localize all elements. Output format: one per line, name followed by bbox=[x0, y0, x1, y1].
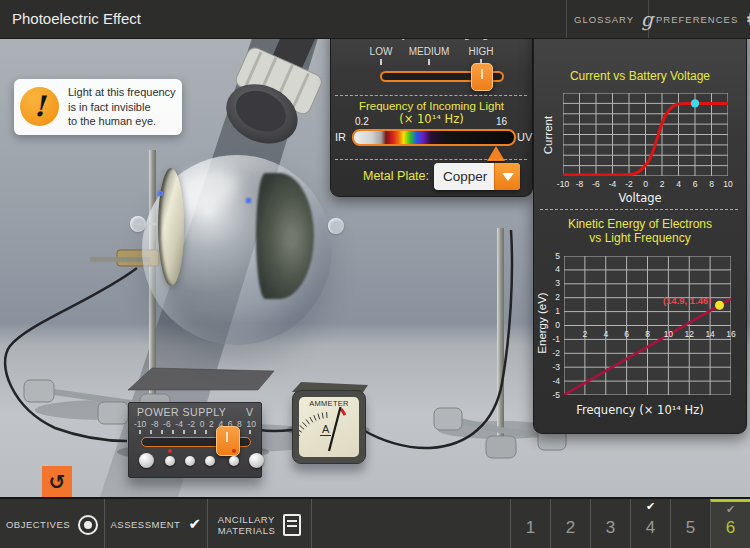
reset-icon: ↺ bbox=[49, 470, 66, 494]
metal-plate-dropdown[interactable]: Copper bbox=[434, 163, 520, 190]
glossary-label: GLOSSARY bbox=[574, 14, 634, 25]
page-tab-5[interactable]: 5 bbox=[670, 499, 710, 548]
ammeter-needle bbox=[329, 407, 341, 451]
reset-button[interactable]: ↺ bbox=[42, 466, 72, 497]
ammeter: AMMETER A bbox=[292, 390, 366, 464]
document-icon bbox=[283, 514, 301, 536]
alert-text: Light at this frequencyis in fact invisi… bbox=[68, 85, 176, 129]
charts-panel: Current vs Battery Voltage Current -10-8… bbox=[533, 18, 747, 434]
power-knob[interactable] bbox=[165, 456, 175, 466]
intensity-tick bbox=[380, 59, 382, 65]
objectives-button[interactable]: OBJECTIVES bbox=[0, 499, 104, 548]
chart-b-title-2: vs Light Frequency bbox=[534, 231, 746, 245]
bulb-left-nub bbox=[130, 216, 146, 232]
panel-divider bbox=[335, 159, 527, 160]
page-number: 2 bbox=[566, 518, 575, 538]
dropdown-arrow-icon[interactable] bbox=[494, 163, 520, 190]
panel-divider bbox=[335, 95, 527, 96]
power-supply: POWER SUPPLY V -10-8-6-4-20246810 bbox=[126, 388, 262, 486]
page-tab-3[interactable]: 3 bbox=[590, 499, 630, 548]
page-number: 4 bbox=[646, 518, 655, 538]
intensity-option-low: LOW bbox=[370, 46, 393, 57]
glossary-icon: g bbox=[641, 10, 654, 29]
page-number: 1 bbox=[526, 518, 535, 538]
bottom-bar: OBJECTIVES ASSESSMENT ✔ ANCILLARYMATERIA… bbox=[0, 497, 750, 548]
panel-divider bbox=[540, 209, 738, 210]
preferences-button[interactable]: PREFERENCES ⚙ bbox=[656, 0, 750, 38]
top-bar: Photoelectric Effect GLOSSARY g PREFEREN… bbox=[0, 0, 750, 39]
power-knob[interactable] bbox=[249, 453, 264, 468]
target-icon bbox=[78, 515, 98, 535]
bulb-right-nub bbox=[328, 218, 344, 234]
assessment-button[interactable]: ASSESSMENT ✔ bbox=[105, 499, 207, 548]
ancillary-label: ANCILLARYMATERIALS bbox=[218, 514, 276, 536]
chart-a-xticks: -10-8-6-4-20246810 bbox=[563, 179, 728, 189]
preferences-label: PREFERENCES bbox=[656, 14, 738, 25]
power-supply-unit: V bbox=[246, 406, 253, 418]
chart-a-xlabel: Voltage bbox=[534, 191, 746, 205]
intensity-option-high: HIGH bbox=[469, 46, 494, 57]
power-knob[interactable] bbox=[139, 453, 154, 468]
intensity-slider-handle[interactable] bbox=[471, 63, 493, 91]
page-check-icon: ✔ bbox=[646, 500, 655, 513]
alert-box: ! Light at this frequencyis in fact invi… bbox=[14, 79, 182, 135]
check-icon: ✔ bbox=[188, 517, 201, 532]
electron-dot bbox=[158, 191, 163, 196]
cathode-plate bbox=[158, 168, 184, 286]
indicator-light bbox=[232, 449, 236, 453]
page-tab-4[interactable]: ✔4 bbox=[630, 499, 670, 548]
power-knob[interactable] bbox=[185, 456, 195, 466]
chart-b-xlabel: Frequency (× 10¹⁴ Hz) bbox=[534, 403, 746, 417]
page-selector: 123✔45✔6 bbox=[510, 499, 750, 548]
chart-a-plot bbox=[563, 93, 728, 176]
page-number: 5 bbox=[686, 518, 695, 538]
frequency-slider-track[interactable] bbox=[352, 129, 516, 146]
power-supply-title: POWER SUPPLY bbox=[137, 406, 226, 418]
power-supply-knobs bbox=[137, 451, 255, 473]
power-knob[interactable] bbox=[205, 456, 215, 466]
metal-plate-label: Metal Plate: bbox=[363, 169, 429, 183]
footer-divider bbox=[311, 499, 312, 548]
page-tab-6[interactable]: ✔6 bbox=[710, 499, 750, 548]
ir-label: IR bbox=[335, 131, 346, 143]
power-knob[interactable] bbox=[229, 456, 239, 466]
objectives-label: OBJECTIVES bbox=[6, 519, 70, 530]
ancillary-materials-button[interactable]: ANCILLARYMATERIALS bbox=[208, 499, 311, 548]
page-tab-1[interactable]: 1 bbox=[510, 499, 550, 548]
assessment-label: ASSESSMENT bbox=[110, 519, 180, 530]
chart-b-plot: (14.9, 1.46) 246810121416 bbox=[564, 256, 731, 395]
frequency-max-label: 16 bbox=[496, 116, 507, 127]
indicator-light bbox=[168, 449, 172, 453]
metal-plate-value: Copper bbox=[443, 169, 487, 184]
page-tab-2[interactable]: 2 bbox=[550, 499, 590, 548]
warning-icon: ! bbox=[20, 87, 59, 126]
frequency-min-label: 0.2 bbox=[355, 116, 369, 127]
frequency-title: Frequency of Incoming Light bbox=[331, 100, 532, 112]
intensity-option-medium: MEDIUM bbox=[409, 46, 450, 57]
light-control-panel: Intensity of Incoming Light LOW MEDIUM H… bbox=[330, 18, 533, 197]
uv-label: UV bbox=[517, 131, 532, 143]
ammeter-face: AMMETER A bbox=[299, 397, 359, 457]
page-check-icon: ✔ bbox=[726, 503, 735, 516]
power-supply-front: POWER SUPPLY V -10-8-6-4-20246810 bbox=[128, 402, 262, 478]
photoelectric-effect-app: Photoelectric Effect GLOSSARY g PREFEREN… bbox=[0, 0, 750, 548]
chart-b-yticks: 543210-1-2-3-4-5 bbox=[542, 256, 560, 395]
gear-icon: ⚙ bbox=[745, 10, 750, 29]
ammeter-dial bbox=[299, 397, 359, 457]
topbar-divider bbox=[566, 0, 567, 38]
page-number: 3 bbox=[606, 518, 615, 538]
electron-dot bbox=[246, 198, 251, 203]
page-title: Photoelectric Effect bbox=[12, 10, 141, 27]
glossary-button[interactable]: GLOSSARY g bbox=[574, 0, 654, 38]
chart-a-title: Current vs Battery Voltage bbox=[534, 69, 746, 83]
chart-b-title-1: Kinetic Energy of Electrons bbox=[534, 217, 746, 231]
current-marker bbox=[691, 99, 699, 107]
page-number: 6 bbox=[726, 518, 735, 538]
intensity-tick bbox=[428, 59, 430, 65]
